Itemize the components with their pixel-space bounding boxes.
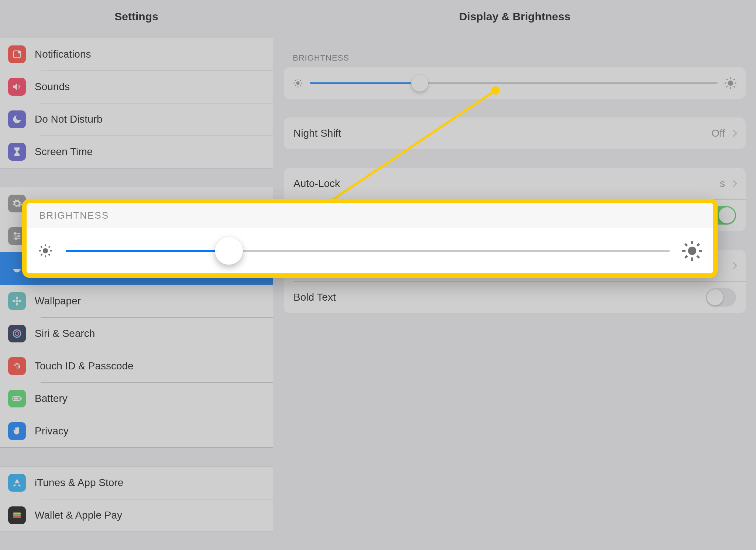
sidebar-item-label: Screen Time <box>35 146 93 158</box>
svg-line-34 <box>734 86 735 88</box>
svg-point-38 <box>43 248 48 253</box>
svg-line-24 <box>295 80 296 81</box>
bold-text-label: Bold Text <box>293 291 336 303</box>
brightness-slider[interactable] <box>66 250 670 252</box>
svg-point-28 <box>728 81 733 86</box>
night-shift-row[interactable]: Night Shift Off <box>284 117 746 149</box>
brightness-card <box>284 67 746 99</box>
panel-title: Display & Brightness <box>274 0 756 38</box>
svg-line-46 <box>49 246 50 248</box>
svg-line-35 <box>726 86 728 88</box>
slider-fill <box>310 82 420 84</box>
night-shift-label: Night Shift <box>293 127 341 139</box>
hourglass-icon <box>8 143 26 161</box>
svg-line-44 <box>49 254 50 256</box>
fingerprint-icon <box>8 357 26 375</box>
auto-lock-row[interactable]: Auto-Lock s <box>284 168 746 199</box>
sidebar-item-label: Privacy <box>35 425 69 437</box>
brightness-high-icon <box>724 77 737 89</box>
moon-icon <box>8 110 26 128</box>
svg-line-54 <box>685 256 687 258</box>
brightness-high-icon <box>682 241 702 261</box>
sidebar-item-label: Notifications <box>35 48 91 60</box>
sidebar-item-touch-id-passcode[interactable]: Touch ID & Passcode <box>0 350 273 382</box>
brightness-slider[interactable] <box>310 82 718 84</box>
svg-point-7 <box>16 297 18 300</box>
svg-line-26 <box>295 85 296 86</box>
sidebar-item-label: Sounds <box>35 81 70 93</box>
sidebar-item-notifications[interactable]: Notifications <box>0 38 273 71</box>
svg-point-4 <box>15 238 17 240</box>
svg-point-47 <box>688 247 697 255</box>
sidebar-item-label: Wallet & Apple Pay <box>35 509 122 521</box>
slider-fill <box>66 250 229 252</box>
svg-point-10 <box>18 300 21 302</box>
svg-point-2 <box>14 233 16 235</box>
sidebar-item-label: Battery <box>35 393 68 404</box>
svg-point-11 <box>13 330 21 337</box>
sidebar-item-label: iTunes & App Store <box>35 477 123 489</box>
svg-point-12 <box>15 332 19 335</box>
sidebar-item-wallpaper[interactable]: Wallpaper <box>0 285 273 317</box>
svg-point-6 <box>16 300 18 303</box>
sounds-icon <box>8 78 26 96</box>
svg-line-27 <box>300 80 301 81</box>
svg-rect-17 <box>13 515 21 516</box>
brightness-slider-row[interactable] <box>284 67 746 99</box>
svg-line-25 <box>300 85 301 86</box>
app-store-icon <box>8 474 26 492</box>
sidebar-item-label: Do Not Disturb <box>35 113 103 125</box>
bold-text-toggle[interactable] <box>706 288 736 307</box>
sidebar-item-screen-time[interactable]: Screen Time <box>0 136 273 168</box>
sidebar-group: Notifications Sounds Do Not Disturb Scre… <box>0 38 273 168</box>
svg-rect-18 <box>13 516 21 518</box>
brightness-callout: BRIGHTNESS <box>22 199 718 278</box>
svg-point-3 <box>18 235 20 237</box>
sidebar-item-wallet-apple-pay[interactable]: Wallet & Apple Pay <box>0 499 273 532</box>
svg-line-43 <box>41 246 42 248</box>
flower-icon <box>8 292 26 310</box>
svg-rect-16 <box>13 513 21 515</box>
night-shift-card: Night Shift Off <box>284 117 746 149</box>
svg-rect-5 <box>13 269 21 270</box>
sidebar-item-label: Touch ID & Passcode <box>35 360 134 372</box>
sidebar-item-siri-search[interactable]: Siri & Search <box>0 317 273 350</box>
brightness-low-icon <box>293 78 303 88</box>
callout-slider-row[interactable] <box>27 228 713 273</box>
battery-icon <box>8 390 26 407</box>
sidebar-item-privacy[interactable]: Privacy <box>0 415 273 447</box>
sidebar-title: Settings <box>0 0 273 38</box>
chevron-right-icon <box>730 130 737 137</box>
sidebar-group: iTunes & App Store Wallet & Apple Pay <box>0 466 273 532</box>
sidebar-item-itunes-app-store[interactable]: iTunes & App Store <box>0 467 273 499</box>
chevron-right-icon <box>730 262 737 269</box>
notifications-icon <box>8 45 26 63</box>
siri-icon <box>8 325 26 342</box>
sidebar-item-do-not-disturb[interactable]: Do Not Disturb <box>0 103 273 136</box>
callout-anchor-dot <box>491 86 499 95</box>
svg-line-45 <box>41 254 42 256</box>
svg-rect-14 <box>21 398 22 400</box>
auto-lock-value: s <box>720 178 725 189</box>
night-shift-value: Off <box>711 127 725 139</box>
sidebar-item-sounds[interactable]: Sounds <box>0 71 273 103</box>
svg-point-8 <box>16 303 18 305</box>
sidebar-item-label: Wallpaper <box>35 295 81 307</box>
svg-line-53 <box>697 256 700 258</box>
svg-line-52 <box>685 244 687 246</box>
slider-knob[interactable] <box>215 237 243 265</box>
svg-line-33 <box>726 79 728 80</box>
sidebar-item-battery[interactable]: Battery <box>0 382 273 415</box>
wallet-icon <box>8 506 26 524</box>
callout-header: BRIGHTNESS <box>27 203 713 228</box>
sidebar-item-label: Siri & Search <box>35 328 95 339</box>
brightness-section-header: BRIGHTNESS <box>274 38 756 67</box>
svg-line-36 <box>734 79 735 80</box>
slider-knob[interactable] <box>411 75 428 92</box>
svg-point-9 <box>13 300 16 302</box>
auto-lock-label: Auto-Lock <box>293 178 340 189</box>
bold-text-row[interactable]: Bold Text <box>284 281 746 313</box>
svg-point-1 <box>18 51 20 54</box>
chevron-right-icon <box>730 180 737 187</box>
brightness-low-icon <box>38 243 53 259</box>
